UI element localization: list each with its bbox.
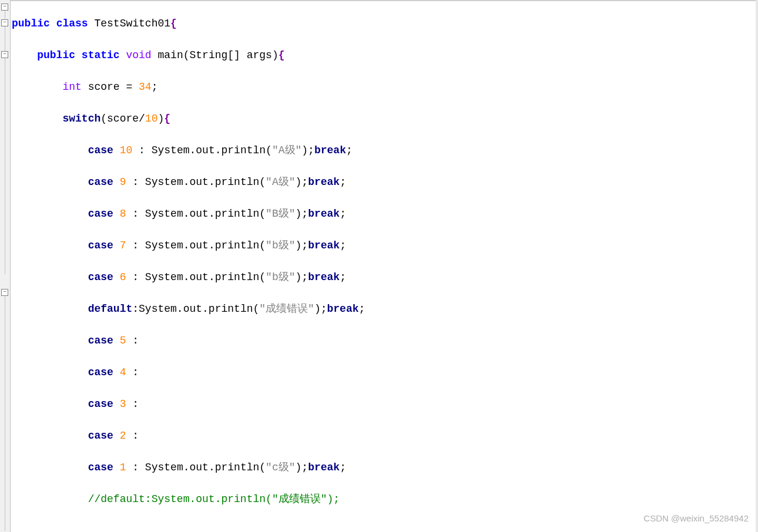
code-line: default:System.out.println("成绩错误");break… bbox=[12, 301, 507, 317]
code-line: case 6 : System.out.println("b级");break; bbox=[12, 270, 507, 285]
code-line: case 10 : System.out.println("A级");break… bbox=[12, 143, 507, 159]
code-line: case 9 : System.out.println("A级");break; bbox=[12, 174, 507, 190]
code-line: case 7 : System.out.println("b级");break; bbox=[12, 238, 507, 254]
code-line: case 1 : System.out.println("c级");break; bbox=[12, 460, 507, 476]
code-line: case 2 : bbox=[12, 428, 507, 444]
code-editor-content[interactable]: public class TestSwitch01{ public static… bbox=[12, 0, 507, 532]
fold-guide-line bbox=[5, 26, 5, 51]
code-line bbox=[12, 523, 507, 532]
code-line: case 3 : bbox=[12, 396, 507, 412]
code-line: public static void main(String[] args){ bbox=[12, 48, 507, 63]
code-line: switch(score/10){ bbox=[12, 111, 507, 127]
code-line: case 4 : bbox=[12, 365, 507, 381]
fold-toggle-icon[interactable]: − bbox=[1, 19, 8, 26]
fold-guide-line bbox=[5, 58, 5, 274]
fold-gutter: − − − − bbox=[0, 0, 11, 532]
code-line: case 5 : bbox=[12, 333, 507, 349]
code-line: case 8 : System.out.println("B级");break; bbox=[12, 206, 507, 222]
fold-toggle-icon[interactable]: − bbox=[1, 4, 8, 11]
watermark-text: CSDN @weixin_55284942 bbox=[643, 510, 749, 526]
code-line: public class TestSwitch01{ bbox=[12, 16, 507, 32]
fold-guide-line bbox=[5, 11, 5, 19]
fold-toggle-icon[interactable]: − bbox=[1, 289, 8, 296]
code-line: //default:System.out.println("成绩错误"); bbox=[12, 491, 507, 507]
fold-guide-line bbox=[5, 296, 5, 531]
window-right-border bbox=[756, 0, 758, 532]
code-line: int score = 34; bbox=[12, 79, 507, 95]
fold-toggle-icon[interactable]: − bbox=[1, 51, 8, 58]
